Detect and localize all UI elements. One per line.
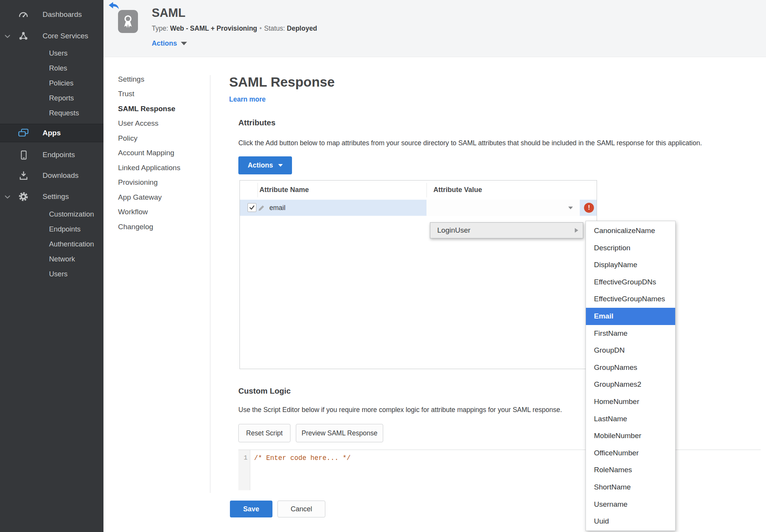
endpoints-icon [18,149,29,161]
menu-option-rolenames[interactable]: RoleNames [586,461,675,479]
attribute-value-dropdown[interactable] [426,200,580,216]
tab-user-access[interactable]: User Access [118,119,159,129]
type-label: Type: [152,25,168,32]
menu-option-uuid[interactable]: Uuid [586,513,675,530]
tab-trust[interactable]: Trust [118,90,135,100]
menu-item-loginuser[interactable]: LoginUser [430,222,583,238]
sidebar-item-label: Roles [49,64,67,72]
menu-option-username[interactable]: Username [586,496,675,513]
sidebar-item-reports[interactable]: Reports [0,92,103,105]
sidebar-item-label: Apps [43,129,61,137]
sidebar-item-downloads[interactable]: Downloads [0,168,103,183]
meta-separator: • [257,25,264,32]
save-button[interactable]: Save [230,501,272,517]
tab-policy[interactable]: Policy [118,134,138,144]
cancel-button[interactable]: Cancel [277,501,325,517]
sidebar-item-label: Downloads [43,171,79,180]
tab-provisioning[interactable]: Provisioning [118,178,158,188]
sidebar-item-label: Network [49,255,75,263]
editor-code-line[interactable]: /* Enter code here... */ [254,454,351,462]
chevron-down-icon [181,42,187,45]
menu-option-lastname[interactable]: LastName [586,410,675,428]
table-row[interactable]: email ! [240,200,597,216]
chevron-down-icon [568,207,573,209]
sidebar-item-roles[interactable]: Roles [0,62,103,75]
menu-option-email[interactable]: Email [586,308,675,325]
save-button-label: Save [243,505,259,513]
sidebar-item-users[interactable]: Users [0,47,103,60]
menu-option-shortname[interactable]: ShortName [586,479,675,496]
menu-option-officenumber[interactable]: OfficeNumber [586,445,675,462]
chevron-down-icon[interactable] [5,32,10,40]
menu-option-effectivegroupdns[interactable]: EffectiveGroupDNs [586,274,675,291]
header-actions-label: Actions [152,39,177,48]
sidebar-item-policies[interactable]: Policies [0,77,103,90]
sidebar-item-settings-endpoints[interactable]: Endpoints [0,223,103,236]
sidebar-item-label: Customization [49,210,94,218]
header-actions-menu[interactable]: Actions [152,39,187,48]
menu-option-groupnames2[interactable]: GroupNames2 [586,376,675,393]
sidebar-item-settings-users[interactable]: Users [0,268,103,281]
sidebar: Dashboards Core Services Users Roles Pol… [0,0,103,532]
column-divider [258,183,258,197]
status-label: Status: [264,25,285,32]
preview-saml-response-label: Preview SAML Response [302,429,377,437]
preview-saml-response-button[interactable]: Preview SAML Response [296,424,383,442]
back-icon[interactable] [108,2,120,10]
sidebar-item-label: Policies [49,79,74,87]
custom-logic-description: Use the Script Editor below if you requi… [238,406,562,414]
sidebar-item-requests[interactable]: Requests [0,107,103,120]
chevron-down-icon[interactable] [5,192,10,201]
attributes-actions-button[interactable]: Actions [238,156,292,174]
tab-changelog[interactable]: Changelog [118,223,153,233]
error-icon: ! [584,203,594,213]
menu-option-canonicalizename[interactable]: CanonicalizeName [586,222,675,240]
menu-option-description[interactable]: Description [586,240,675,257]
sidebar-item-core-services[interactable]: Core Services [0,28,103,44]
table-header-row: Attribute Name Attribute Value [240,181,597,200]
type-value: Web - SAML + Provisioning [170,25,257,32]
sidebar-item-dashboards[interactable]: Dashboards [0,7,103,22]
sidebar-item-settings[interactable]: Settings [0,189,103,204]
menu-option-displayname[interactable]: DisplayName [586,256,675,274]
tab-app-gateway[interactable]: App Gateway [118,193,162,203]
sidebar-item-label: Authentication [49,240,94,248]
status-badge: Deployed [287,25,317,32]
app-window: Dashboards Core Services Users Roles Pol… [0,0,766,532]
sidebar-item-label: Users [49,49,67,57]
sidebar-item-endpoints[interactable]: Endpoints [0,147,103,163]
row-checkbox[interactable] [248,203,256,212]
section-title: SAML Response [229,74,335,90]
tab-settings[interactable]: Settings [118,75,144,85]
sidebar-item-network[interactable]: Network [0,253,103,266]
subnav-divider [210,75,210,493]
sidebar-item-label: Requests [49,109,79,117]
column-divider [426,183,427,197]
sidebar-item-authentication[interactable]: Authentication [0,238,103,251]
tab-saml-response[interactable]: SAML Response [118,105,176,115]
app-meta-line: Type: Web - SAML + Provisioning•Status: … [152,25,317,33]
sidebar-item-customization[interactable]: Customization [0,208,103,221]
menu-option-firstname[interactable]: FirstName [586,325,675,342]
custom-logic-heading: Custom Logic [238,386,291,396]
menu-option-homenumber[interactable]: HomeNumber [586,393,675,410]
apps-icon [18,127,29,139]
downloads-icon [18,170,29,181]
sidebar-item-label: Reports [49,94,74,102]
attributes-table: Attribute Name Attribute Value email ! [239,180,597,369]
tab-linked-applications[interactable]: Linked Applications [118,164,180,174]
tab-workflow[interactable]: Workflow [118,208,148,218]
learn-more-link[interactable]: Learn more [229,95,266,103]
menu-option-mobilenumber[interactable]: MobileNumber [586,427,675,445]
menu-option-groupnames[interactable]: GroupNames [586,359,675,376]
reset-script-button[interactable]: Reset Script [238,424,290,442]
cancel-button-label: Cancel [290,505,312,513]
sidebar-item-apps[interactable]: Apps [0,124,103,142]
menu-option-effectivegroupnames[interactable]: EffectiveGroupNames [586,291,675,308]
tab-account-mapping[interactable]: Account Mapping [118,149,174,159]
attributes-description: Click the Add button below to map attrib… [238,139,702,147]
menu-option-groupdn[interactable]: GroupDN [586,342,675,359]
sidebar-item-label: Endpoints [49,225,80,233]
pencil-icon[interactable] [258,204,266,212]
sidebar-item-label: Core Services [43,32,88,40]
